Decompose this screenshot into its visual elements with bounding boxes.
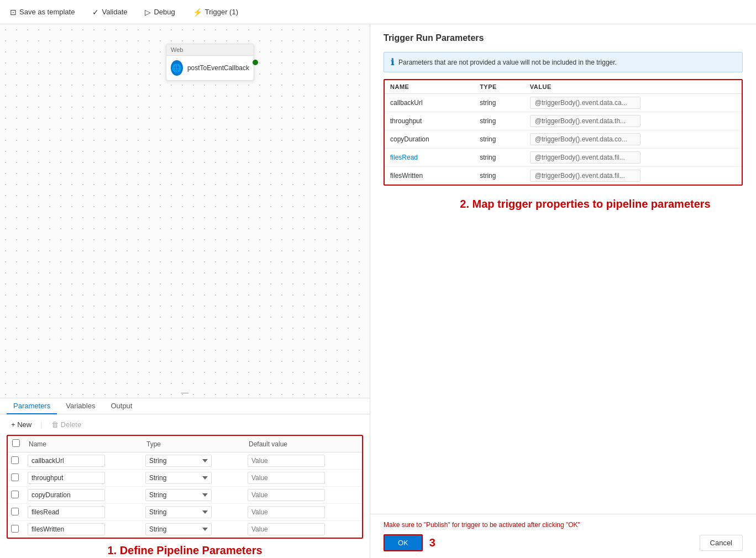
params-table: Name Type Default value String Int Bool (8, 436, 362, 538)
divider-handle[interactable]: — (181, 387, 189, 398)
new-param-label: + New (11, 420, 32, 429)
trigger-table-wrapper: NAME TYPE VALUE callbackUrl string throu… (384, 79, 743, 186)
pipeline-canvas[interactable]: Web 🌐 postToEventCallback — (0, 24, 370, 398)
table-row: String Int Bool (8, 470, 362, 487)
row-checkbox-0[interactable] (11, 456, 19, 464)
param-type-select-4[interactable]: String Int Bool (145, 523, 212, 535)
trigger-value-input-1[interactable] (530, 115, 641, 127)
params-toolbar: + New | 🗑 Delete (7, 419, 363, 430)
param-value-input-2[interactable] (248, 489, 325, 501)
debug-button[interactable]: ▷ Debug (141, 6, 178, 19)
new-param-button[interactable]: + New (7, 419, 36, 430)
trigger-table-row: copyDuration string (385, 130, 742, 149)
trigger-table-row: throughput string (385, 112, 742, 130)
trigger-param-type-3: string (474, 149, 524, 167)
row-checkbox-2[interactable] (11, 491, 19, 498)
activity-node-body: 🌐 postToEventCallback (166, 56, 254, 80)
row-checkbox-4[interactable] (11, 525, 19, 533)
table-row: String Int Bool (8, 487, 362, 504)
publish-warning: Make sure to "Publish" for trigger to be… (384, 521, 743, 529)
trigger-table-row: filesRead string (385, 149, 742, 167)
trigger-table-row: callbackUrl string (385, 94, 742, 112)
trigger-value-input-0[interactable] (530, 97, 641, 109)
tab-variables[interactable]: Variables (59, 398, 102, 414)
trigger-col-value: VALUE (524, 80, 742, 94)
param-value-input-4[interactable] (248, 523, 325, 535)
trigger-col-type: TYPE (474, 80, 524, 94)
step-1-label: 1. Define Pipeline Parameters (7, 539, 363, 558)
trigger-value-input-3[interactable] (530, 151, 641, 164)
trigger-info-bar: ℹ Parameters that are not provided a val… (384, 52, 743, 72)
trigger-label: Trigger (1) (205, 8, 238, 16)
row-checkbox-3[interactable] (11, 508, 19, 515)
tab-parameters[interactable]: Parameters (7, 398, 57, 414)
activity-web-icon: 🌐 (171, 60, 183, 76)
trigger-title: Trigger Run Parameters (384, 33, 743, 43)
param-name-input-1[interactable] (28, 472, 105, 484)
bottom-panel: Parameters Variables Output + New | 🗑 De… (0, 398, 370, 558)
select-all-checkbox[interactable] (12, 439, 20, 447)
param-value-input-0[interactable] (248, 455, 325, 467)
debug-label: Debug (154, 8, 175, 16)
save-template-button[interactable]: ⊡ Save as template (7, 6, 78, 19)
delete-param-label: Delete (61, 420, 82, 429)
trigger-param-type-0: string (474, 94, 524, 112)
param-name-input-4[interactable] (28, 523, 105, 535)
bottom-actions: Make sure to "Publish" for trigger to be… (370, 514, 756, 558)
param-type-select-3[interactable]: String Int Bool (145, 506, 212, 518)
col-value-header: Default value (244, 436, 362, 452)
trigger-param-name-0: callbackUrl (385, 94, 474, 112)
validate-label: Validate (102, 8, 127, 16)
param-value-input-1[interactable] (248, 472, 325, 484)
validate-button[interactable]: ✓ Validate (89, 6, 130, 19)
activity-connector (253, 60, 258, 65)
trigger-panel-content: Trigger Run Parameters ℹ Parameters that… (370, 24, 756, 225)
row-checkbox-1[interactable] (11, 473, 19, 481)
col-type-header: Type (142, 436, 244, 452)
trigger-col-name: NAME (385, 80, 474, 94)
delete-param-button[interactable]: 🗑 Delete (47, 419, 86, 430)
param-name-input-0[interactable] (28, 455, 105, 467)
step-2-label: 2. Map trigger properties to pipeline pa… (428, 192, 743, 216)
right-panel: Trigger Run Parameters ℹ Parameters that… (370, 24, 756, 558)
tab-output[interactable]: Output (104, 398, 139, 414)
trigger-button[interactable]: ⚡ Trigger (1) (190, 6, 242, 19)
trigger-param-name-1: throughput (385, 112, 474, 130)
activity-name: postToEventCallback (187, 64, 249, 72)
trigger-table-row: filesWritten string (385, 167, 742, 185)
action-buttons: OK 3 Cancel (384, 534, 743, 551)
activity-node-header: Web (166, 44, 254, 56)
trigger-table: NAME TYPE VALUE callbackUrl string throu… (385, 80, 742, 185)
trigger-param-type-2: string (474, 130, 524, 149)
debug-icon: ▷ (145, 8, 151, 17)
trigger-value-input-4[interactable] (530, 170, 641, 182)
ok-button[interactable]: OK (384, 534, 423, 551)
delete-icon: 🗑 (51, 420, 59, 429)
param-value-input-3[interactable] (248, 506, 325, 518)
params-area: + New | 🗑 Delete Name Typ (0, 414, 370, 558)
trigger-param-type-1: string (474, 112, 524, 130)
trigger-param-name-3: filesRead (385, 149, 474, 167)
param-type-select-0[interactable]: String Int Bool (145, 455, 212, 467)
bottom-tabs: Parameters Variables Output (0, 398, 370, 414)
trigger-value-input-2[interactable] (530, 133, 641, 145)
step-3-label: 3 (429, 536, 435, 549)
params-table-wrapper: Name Type Default value String Int Bool (7, 435, 363, 539)
activity-node[interactable]: Web 🌐 postToEventCallback (166, 44, 254, 81)
trigger-param-type-4: string (474, 167, 524, 185)
param-name-input-3[interactable] (28, 506, 105, 518)
save-template-label: Save as template (19, 8, 75, 16)
validate-icon: ✓ (92, 8, 99, 17)
table-row: String Int Bool (8, 521, 362, 538)
param-type-select-1[interactable]: String Int Bool (145, 472, 212, 484)
trigger-info-text: Parameters that are not provided a value… (398, 59, 617, 66)
toolbar: ⊡ Save as template ✓ Validate ▷ Debug ⚡ … (0, 0, 756, 24)
main-container: Web 🌐 postToEventCallback — Parameters V… (0, 24, 756, 558)
col-name-header: Name (24, 436, 142, 452)
param-type-select-2[interactable]: String Int Bool (145, 489, 212, 501)
cancel-button[interactable]: Cancel (700, 535, 743, 551)
trigger-param-name-4: filesWritten (385, 167, 474, 185)
param-name-input-2[interactable] (28, 489, 105, 501)
table-row: String Int Bool (8, 504, 362, 521)
trigger-param-name-2: copyDuration (385, 130, 474, 149)
